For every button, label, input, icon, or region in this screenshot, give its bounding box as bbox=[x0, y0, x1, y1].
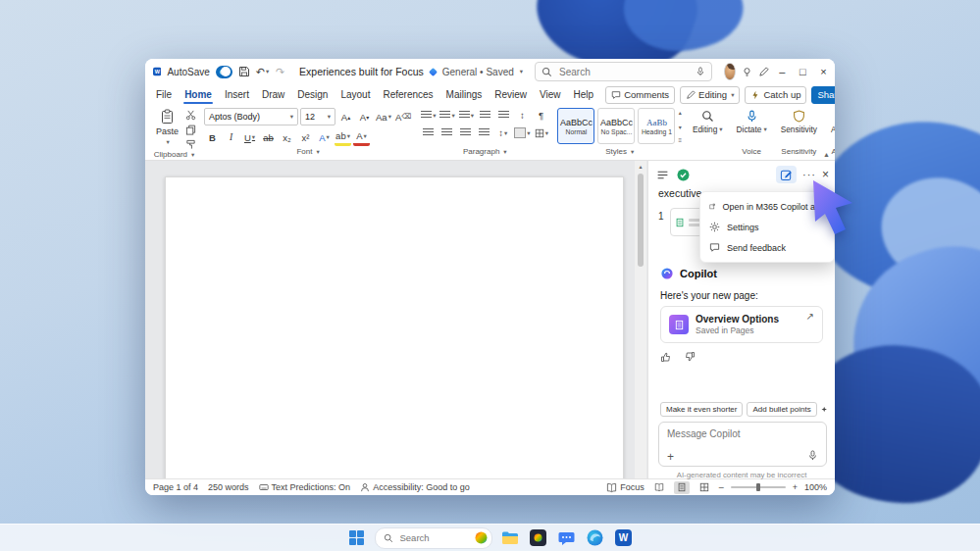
taskbar-icon-word[interactable]: W bbox=[613, 527, 635, 549]
taskbar-search-input[interactable] bbox=[398, 531, 470, 544]
addins-button[interactable]: Add-ins bbox=[828, 108, 835, 136]
autosave-toggle[interactable]: On bbox=[216, 66, 232, 78]
pages-result-card[interactable]: Overview Options Saved in Pages ↗ bbox=[660, 306, 823, 343]
increase-indent-button[interactable] bbox=[495, 108, 512, 123]
italic-button[interactable]: I bbox=[223, 130, 239, 145]
decrease-indent-button[interactable] bbox=[477, 108, 493, 123]
comments-button[interactable]: Comments bbox=[605, 86, 675, 104]
sort-button[interactable]: ↕ bbox=[514, 108, 531, 123]
suggestion-chip[interactable]: Add bullet points bbox=[747, 402, 816, 417]
underline-button[interactable]: U▾ bbox=[241, 130, 258, 145]
bullets-button[interactable]: ▾ bbox=[420, 108, 437, 123]
ideas-button[interactable] bbox=[742, 62, 752, 81]
cut-icon[interactable] bbox=[185, 110, 196, 121]
scrollbar-thumb[interactable] bbox=[638, 174, 644, 267]
line-spacing-button[interactable]: ↕▾ bbox=[494, 125, 511, 140]
numbering-button[interactable]: ▾ bbox=[438, 108, 455, 123]
suggestion-chip[interactable]: Make it even shorter bbox=[660, 402, 743, 417]
minimize-button[interactable]: – bbox=[775, 60, 790, 83]
collapse-ribbon-icon[interactable]: ▲ bbox=[823, 151, 830, 158]
superscript-button[interactable]: x² bbox=[297, 130, 314, 145]
document-scrollbar[interactable]: ▴ bbox=[635, 161, 646, 478]
dialog-launcher-icon[interactable]: ▾ bbox=[503, 148, 506, 156]
dictate-button[interactable]: Dictate▾ bbox=[734, 108, 770, 136]
copy-icon[interactable] bbox=[185, 125, 196, 135]
search-input[interactable] bbox=[557, 66, 691, 78]
document-title-area[interactable]: Experiences built for Focus General • Sa… bbox=[299, 66, 523, 77]
document-canvas[interactable]: ▴ bbox=[145, 161, 647, 478]
tab-review[interactable]: Review bbox=[493, 87, 528, 102]
sparkle-refresh-icon[interactable] bbox=[821, 404, 827, 415]
add-content-button[interactable]: + bbox=[667, 452, 674, 462]
font-color-button[interactable]: A▾ bbox=[353, 128, 370, 146]
style-normal[interactable]: AaBbCc Normal bbox=[557, 108, 594, 144]
catch-up-button[interactable]: Catch up bbox=[745, 86, 806, 104]
tab-draw[interactable]: Draw bbox=[261, 87, 285, 102]
clear-formatting-button[interactable]: A⌫ bbox=[394, 110, 412, 125]
shading-button[interactable]: ▾ bbox=[513, 125, 531, 140]
change-case-button[interactable]: Aa▾ bbox=[375, 110, 392, 125]
dialog-launcher-icon[interactable]: ▾ bbox=[316, 148, 319, 156]
borders-button[interactable]: ▾ bbox=[533, 125, 549, 140]
zoom-slider-thumb[interactable] bbox=[756, 483, 760, 491]
save-button[interactable] bbox=[238, 62, 250, 81]
editing-mode-button[interactable]: Editing ▾ bbox=[680, 86, 740, 104]
tab-layout[interactable]: Layout bbox=[339, 87, 371, 102]
highlight-color-button[interactable]: ab▾ bbox=[335, 128, 351, 146]
share-button[interactable]: Share ▾ bbox=[811, 86, 835, 104]
dialog-launcher-icon[interactable]: ▾ bbox=[191, 151, 194, 159]
strikethrough-button[interactable]: ab bbox=[260, 130, 277, 145]
zoom-out-button[interactable]: – bbox=[719, 482, 724, 492]
thumbs-down-icon[interactable] bbox=[684, 351, 696, 363]
zoom-slider[interactable] bbox=[731, 486, 786, 488]
maximize-button[interactable]: □ bbox=[796, 60, 810, 83]
align-left-button[interactable] bbox=[420, 125, 437, 140]
grow-font-button[interactable]: A▴ bbox=[337, 110, 354, 125]
dialog-launcher-icon[interactable]: ▾ bbox=[631, 148, 634, 156]
new-chat-button[interactable] bbox=[776, 166, 797, 183]
scroll-up-icon[interactable]: ▴ bbox=[639, 161, 642, 170]
font-size-combobox[interactable]: 12▾ bbox=[300, 108, 335, 125]
copilot-message-input[interactable] bbox=[659, 423, 826, 466]
focus-mode-button[interactable]: Focus bbox=[606, 482, 645, 493]
close-button[interactable]: × bbox=[816, 60, 831, 83]
user-avatar[interactable] bbox=[724, 63, 736, 80]
tab-home[interactable]: Home bbox=[183, 87, 213, 102]
justify-button[interactable] bbox=[476, 125, 492, 140]
tab-references[interactable]: References bbox=[382, 87, 434, 102]
thumbs-up-icon[interactable] bbox=[660, 351, 672, 363]
page-count[interactable]: Page 1 of 4 bbox=[153, 482, 198, 492]
style-heading-1[interactable]: AaBb Heading 1 bbox=[638, 108, 675, 144]
tab-help[interactable]: Help bbox=[573, 87, 595, 102]
shrink-font-button[interactable]: A▾ bbox=[356, 110, 373, 125]
zoom-in-button[interactable]: + bbox=[793, 482, 798, 492]
multilevel-list-button[interactable]: ▾ bbox=[458, 108, 475, 123]
web-layout-button[interactable] bbox=[696, 481, 712, 494]
inking-button[interactable] bbox=[758, 62, 769, 81]
text-predictions[interactable]: Text Predictions: On bbox=[259, 482, 351, 492]
format-painter-icon[interactable] bbox=[185, 139, 196, 150]
styles-scroll-up[interactable]: ▴ bbox=[679, 109, 682, 116]
taskbar-icon-edge[interactable] bbox=[585, 527, 606, 549]
start-button[interactable] bbox=[346, 527, 368, 549]
word-count[interactable]: 250 words bbox=[208, 482, 249, 492]
sensitivity-button[interactable]: Sensitivity bbox=[778, 108, 820, 136]
print-layout-button[interactable] bbox=[674, 481, 690, 494]
align-center-button[interactable] bbox=[438, 125, 455, 140]
show-formatting-button[interactable]: ¶ bbox=[533, 108, 549, 123]
tab-design[interactable]: Design bbox=[296, 87, 329, 102]
open-in-pages-icon[interactable]: ↗ bbox=[806, 307, 814, 322]
copilot-message-box[interactable]: + bbox=[658, 422, 827, 467]
redo-button[interactable]: ↷ bbox=[275, 62, 285, 81]
taskbar-icon-file-explorer[interactable] bbox=[499, 527, 521, 549]
microphone-icon[interactable] bbox=[696, 67, 705, 76]
conversation-list-icon[interactable] bbox=[656, 169, 669, 181]
bold-button[interactable]: B bbox=[204, 130, 221, 145]
editing-button[interactable]: Editing▾ bbox=[690, 108, 726, 136]
subscript-button[interactable]: x₂ bbox=[279, 130, 295, 145]
taskbar-icon-chat[interactable] bbox=[556, 527, 578, 549]
styles-more-button[interactable]: ≡ bbox=[678, 137, 682, 143]
taskbar-icon-photos[interactable] bbox=[528, 527, 549, 549]
font-name-combobox[interactable]: Aptos (Body)▾ bbox=[204, 108, 298, 125]
align-right-button[interactable] bbox=[457, 125, 474, 140]
